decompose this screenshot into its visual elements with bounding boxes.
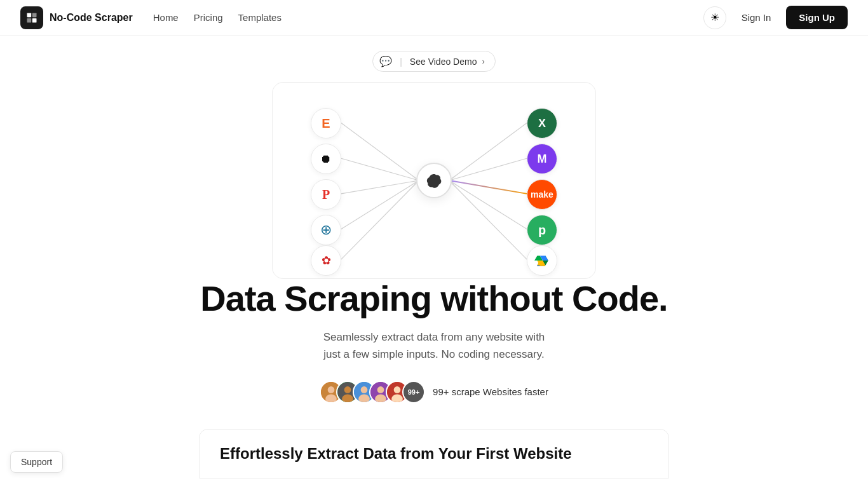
video-divider: |: [400, 57, 402, 67]
svg-line-8: [341, 180, 419, 259]
svg-rect-3: [32, 18, 37, 22]
svg-line-6: [341, 180, 419, 194]
theme-toggle-button[interactable]: ☀: [703, 6, 726, 29]
nav-link-home[interactable]: Home: [153, 12, 179, 23]
support-button[interactable]: Support: [10, 451, 63, 473]
logo[interactable]: No-Code Scraper: [20, 6, 133, 29]
svg-line-7: [341, 180, 419, 229]
svg-point-16: [325, 395, 337, 403]
svg-rect-2: [27, 18, 32, 22]
svg-point-25: [375, 395, 386, 403]
svg-point-15: [328, 386, 335, 393]
svg-line-4: [341, 123, 419, 180]
svg-point-21: [361, 386, 368, 393]
svg-line-11: [449, 180, 527, 194]
svg-point-24: [377, 386, 384, 393]
logo-icon: [20, 6, 43, 29]
center-icon-svg: [425, 172, 443, 189]
video-icon: 💬: [379, 55, 392, 67]
video-demo-badge[interactable]: 💬 | See Video Demo ›: [372, 51, 496, 72]
bottom-title: Effortlessly Extract Data from Your Firs…: [220, 445, 648, 463]
svg-point-18: [344, 386, 351, 393]
gdrive-icon: [534, 252, 550, 269]
svg-rect-1: [32, 13, 37, 17]
hero-section: 💬 | See Video Demo ›: [0, 36, 868, 478]
logo-text: No-Code Scraper: [50, 12, 133, 24]
svg-line-9: [449, 123, 527, 180]
icon-yelp: ✿: [311, 245, 341, 276]
logo-svg: [25, 11, 38, 24]
icon-googledrive: [527, 245, 557, 276]
social-proof-text: 99+ scrape Websites faster: [433, 386, 548, 397]
nav-links: Home Pricing Templates: [153, 12, 281, 23]
icon-pipedrive: p: [527, 215, 557, 245]
signup-button[interactable]: Sign Up: [786, 6, 848, 29]
video-arrow-icon: ›: [482, 57, 484, 66]
bottom-teaser: Effortlessly Extract Data from Your Firs…: [199, 429, 669, 478]
svg-point-19: [342, 395, 353, 403]
nav-link-templates[interactable]: Templates: [238, 12, 281, 23]
svg-point-22: [358, 395, 370, 403]
icon-excel: X: [527, 108, 557, 139]
avatar-count: 99+: [402, 381, 425, 403]
navbar: No-Code Scraper Home Pricing Templates ☀…: [0, 0, 868, 36]
icon-center: [416, 163, 452, 198]
nav-right: ☀ Sign In Sign Up: [703, 6, 848, 29]
icon-etsy: E: [311, 108, 341, 139]
video-demo-label: See Video Demo: [410, 57, 477, 67]
social-proof: 99+ 99+ scrape Websites faster: [320, 381, 548, 403]
nav-link-pricing[interactable]: Pricing: [194, 12, 223, 23]
hero-subtitle: Seamlessly extract data from any website…: [323, 329, 545, 363]
hero-title: Data Scraping without Code.: [200, 279, 667, 318]
icon-medium: ⏺: [311, 144, 341, 174]
signin-button[interactable]: Sign In: [734, 7, 779, 28]
icon-wordpress: ⊕: [311, 215, 341, 245]
integration-diagram: E ⏺ P ⊕ ✿: [272, 82, 596, 279]
svg-point-28: [391, 395, 403, 403]
nav-left: No-Code Scraper Home Pricing Templates: [20, 6, 281, 29]
icon-zapier: make: [527, 179, 557, 210]
svg-point-27: [394, 386, 401, 393]
svg-line-12: [449, 180, 527, 229]
svg-rect-0: [27, 13, 32, 17]
icon-mailchimp: M: [527, 144, 557, 174]
diagram-container: E ⏺ P ⊕ ✿: [272, 82, 596, 279]
svg-line-10: [449, 158, 527, 180]
svg-line-5: [341, 158, 419, 180]
avatar-group: 99+: [320, 381, 425, 403]
icon-producthunt: P: [311, 179, 341, 210]
